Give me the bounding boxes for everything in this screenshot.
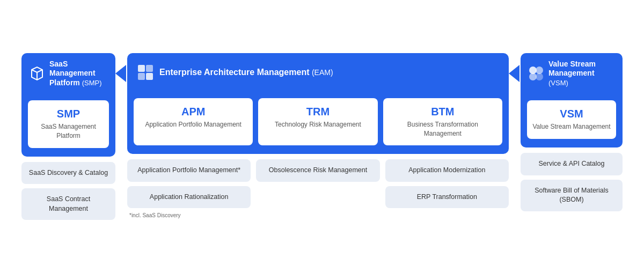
smp-icon xyxy=(29,65,45,82)
eam-card-trm: TRM Technology Risk Management xyxy=(258,98,377,146)
svg-rect-1 xyxy=(138,65,145,72)
svg-point-8 xyxy=(536,73,543,80)
eam-section: Enterprise Architecture Management (EAM)… xyxy=(127,53,509,219)
eam-icon xyxy=(137,64,154,81)
vsm-feature-2: Software Bill of Materials (SBOM) xyxy=(521,180,623,211)
svg-point-7 xyxy=(529,73,537,80)
smp-header-text: SaaS Management Platform (SMP) xyxy=(49,60,108,88)
eam-footnote: *incl. SaaS Discovery xyxy=(127,212,251,218)
eam-feature-btm-2: ERP Transformation xyxy=(385,186,509,209)
vsm-feature-1: Service & API Catalog xyxy=(521,153,623,175)
arrow-smp-to-eam xyxy=(115,53,127,82)
eam-feature-trm-1: Obsolescence Risk Management xyxy=(256,159,379,182)
arrow-eam-to-vsm xyxy=(509,53,521,82)
smp-card-desc: SaaS Management Platform xyxy=(33,122,104,141)
eam-card-apm: APM Application Portfolio Management xyxy=(134,98,253,146)
eam-feature-apm-1: Application Portfolio Management* xyxy=(127,159,251,182)
svg-rect-4 xyxy=(146,73,153,80)
eam-header-text: Enterprise Architecture Management (EAM) xyxy=(159,67,333,78)
vsm-icon xyxy=(528,65,544,82)
vsm-header-text: Value Stream Management (VSM) xyxy=(548,60,615,88)
smp-section: SaaS Management Platform (SMP) SMP SaaS … xyxy=(21,53,115,220)
svg-rect-2 xyxy=(146,65,153,72)
svg-point-6 xyxy=(536,67,543,74)
smp-card-title: SMP xyxy=(33,108,104,120)
vsm-card-desc: Value Stream Management xyxy=(532,122,611,131)
vsm-card-title: VSM xyxy=(532,108,611,120)
eam-card-btm: BTM Business Transformation Management xyxy=(383,98,502,146)
svg-point-5 xyxy=(529,67,537,74)
eam-feature-apm-2: Application Rationalization xyxy=(127,186,251,209)
eam-feature-btm-1: Application Modernization xyxy=(385,159,509,182)
vsm-section: Value Stream Management (VSM) VSM Value … xyxy=(521,53,623,211)
svg-rect-3 xyxy=(138,73,145,80)
smp-feature-1: SaaS Discovery & Catalog xyxy=(21,162,115,185)
smp-feature-2: SaaS Contract Management xyxy=(21,188,115,220)
